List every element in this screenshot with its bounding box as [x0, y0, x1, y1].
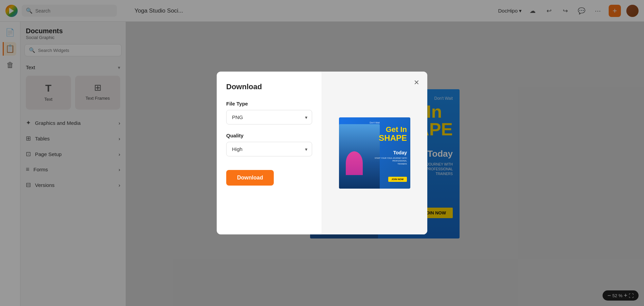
preview-today: Today — [393, 150, 407, 155]
quality-label: Quality — [226, 133, 312, 138]
preview-dont-wait: Don't Wait — [370, 121, 380, 124]
download-modal: Download File Type PNG JPG PDF SVG ▾ Qua… — [217, 72, 427, 234]
file-type-group: File Type PNG JPG PDF SVG ▾ — [226, 101, 312, 125]
quality-select-wrapper: Low Medium High ▾ — [226, 142, 312, 156]
preview-get-in: Get In SHAPE — [379, 126, 407, 143]
modal-left-panel: Download File Type PNG JPG PDF SVG ▾ Qua… — [217, 72, 322, 234]
download-button[interactable]: Download — [226, 170, 274, 186]
file-type-select-wrapper: PNG JPG PDF SVG ▾ — [226, 110, 312, 125]
file-type-select[interactable]: PNG JPG PDF SVG — [226, 110, 312, 125]
quality-group: Quality Low Medium High ▾ — [226, 133, 312, 156]
modal-close-button[interactable]: ✕ — [411, 77, 422, 88]
file-type-label: File Type — [226, 101, 312, 107]
modal-title: Download — [226, 82, 312, 91]
modal-overlay: Download File Type PNG JPG PDF SVG ▾ Qua… — [0, 0, 644, 306]
quality-select[interactable]: Low Medium High — [226, 142, 312, 156]
modal-right-panel: Don't Wait Get In SHAPE Today START YOUR… — [322, 72, 427, 234]
preview-join: JOIN NOW — [388, 177, 407, 182]
preview-image: Don't Wait Get In SHAPE Today START YOUR… — [339, 117, 410, 189]
preview-sub: START YOUR YOGA JOURNEY WITHPROFESSIONAL… — [375, 157, 407, 165]
